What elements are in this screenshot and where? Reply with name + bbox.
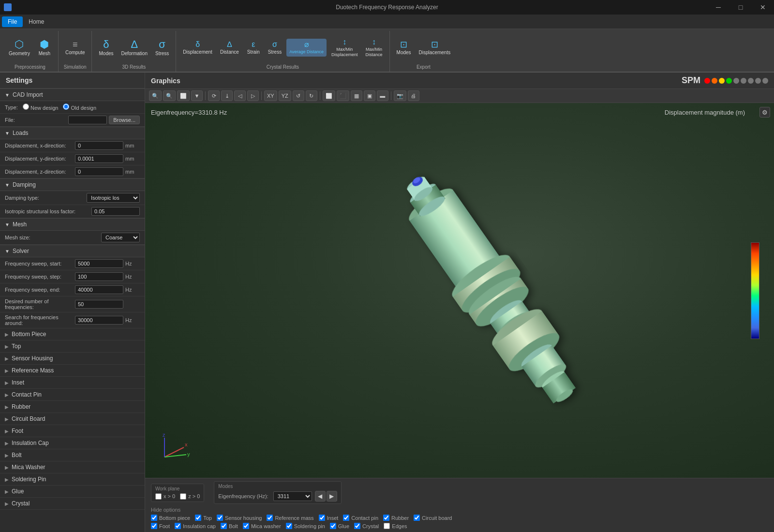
file-input[interactable] [68, 116, 107, 124]
viewport-settings-icon[interactable]: ⚙ [759, 107, 770, 118]
old-design-radio-label[interactable]: Old design [63, 103, 96, 111]
modes-next-button[interactable]: ▶ [327, 491, 337, 502]
ribbon-btn-export-displacements[interactable]: ⊡ Displacements [416, 38, 454, 58]
view-mode-1[interactable]: ⬜ [323, 90, 335, 101]
nav-sensor-housing[interactable]: ▶ Sensor Housing [0, 353, 145, 365]
ribbon-btn-maxmin-dist[interactable]: ↕ Max/MinDistance [363, 36, 386, 59]
num-freq-input[interactable] [75, 300, 123, 309]
ribbon-btn-stress-crystal[interactable]: σ Stress [265, 39, 284, 57]
freq-start-input[interactable] [75, 259, 123, 268]
nav-insulation-cap[interactable]: ▶ Insulation Cap [0, 437, 145, 449]
rotate-button[interactable]: ⟳ [208, 90, 220, 101]
nav-foot[interactable]: ▶ Foot [0, 425, 145, 437]
nav-bolt[interactable]: ▶ Bolt [0, 449, 145, 461]
check-glue[interactable]: Glue [330, 523, 349, 529]
graphics-viewport[interactable]: Eigenfrequency=3310.8 Hz Displacement ma… [145, 103, 774, 478]
zoom-box-button[interactable]: ⬜ [177, 90, 190, 101]
check-reference-mass[interactable]: Reference mass [267, 515, 313, 521]
freq-end-input[interactable] [75, 285, 123, 294]
pan-right-button[interactable]: ▷ [247, 90, 259, 101]
nav-inset[interactable]: ▶ Inset [0, 377, 145, 389]
check-rubber[interactable]: Rubber [383, 515, 409, 521]
loss-factor-input[interactable] [91, 207, 140, 216]
zoom-in-button[interactable]: 🔍 [149, 90, 162, 101]
nav-top[interactable]: ▶ Top [0, 340, 145, 353]
nav-mica-washer[interactable]: ▶ Mica Washer [0, 461, 145, 473]
ribbon-btn-stress[interactable]: σ Stress [152, 37, 172, 59]
nav-bottom-piece[interactable]: ▶ Bottom Piece [0, 328, 145, 340]
ribbon-btn-strain[interactable]: ε Strain [244, 39, 263, 57]
view-yz-button[interactable]: YZ [279, 90, 291, 101]
check-contact-pin[interactable]: Contact pin [343, 515, 378, 521]
view-mode-4[interactable]: ▣ [364, 90, 375, 101]
menu-file[interactable]: File [2, 16, 23, 27]
check-circuit-board[interactable]: Circuit board [414, 515, 452, 521]
check-insulation-cap[interactable]: Insulation cap [175, 523, 216, 529]
pan-down-button[interactable]: ⤓ [221, 90, 233, 101]
new-design-radio[interactable] [23, 103, 29, 110]
ribbon-btn-geometry[interactable]: ⬡ Geometry [6, 37, 33, 59]
cad-import-header[interactable]: ▼ CAD Import [0, 89, 145, 101]
close-button[interactable]: ✕ [752, 0, 774, 15]
check-top[interactable]: Top [195, 515, 212, 521]
menu-home[interactable]: Home [23, 16, 50, 27]
check-bolt[interactable]: Bolt [221, 523, 238, 529]
browse-button[interactable]: Browse... [109, 116, 140, 124]
nav-glue[interactable]: ▶ Glue [0, 486, 145, 498]
view-xy-button[interactable]: XY [264, 90, 277, 101]
screenshot-button[interactable]: 📷 [394, 90, 406, 101]
view-mode-5[interactable]: ▬ [377, 90, 388, 101]
reset-view-button[interactable]: ↺ [293, 90, 304, 101]
loads-header[interactable]: ▼ Loads [0, 127, 145, 139]
ribbon-btn-mesh[interactable]: ⬢ Mesh [35, 37, 54, 59]
search-freq-input[interactable] [75, 316, 123, 325]
old-design-radio[interactable] [63, 103, 69, 110]
nav-rubber[interactable]: ▶ Rubber [0, 401, 145, 413]
ribbon-btn-compute[interactable]: ≡ Compute [62, 38, 88, 58]
check-soldering-pin[interactable]: Soldering pin [286, 523, 325, 529]
nav-crystal[interactable]: ▶ Crystal [0, 498, 145, 510]
check-edges[interactable]: Edges [384, 523, 407, 529]
solver-header[interactable]: ▼ Solver [0, 245, 145, 257]
z-gt-0-label[interactable]: z > 0 [180, 493, 200, 500]
disp-y-input[interactable] [75, 154, 123, 163]
view-mode-2[interactable]: ⬛ [337, 90, 349, 101]
check-inset[interactable]: Inset [319, 515, 339, 521]
damping-header[interactable]: ▼ Damping [0, 178, 145, 191]
minimize-button[interactable]: ─ [707, 0, 729, 15]
damping-type-select[interactable]: Isotropic los [87, 193, 140, 203]
mesh-size-select[interactable]: Coarse Fine Medium [101, 233, 140, 242]
print-button[interactable]: 🖨 [408, 90, 419, 101]
z-gt-0-check[interactable] [180, 493, 186, 500]
eigenfreq-select[interactable]: 3311 [273, 491, 312, 501]
ribbon-btn-deformation[interactable]: ∆ Deformation [119, 37, 150, 59]
ribbon-btn-avg-distance[interactable]: ⌀ Average Distance [286, 39, 327, 57]
ribbon-btn-export-modes[interactable]: ⊡ Modes [394, 38, 414, 58]
ribbon-btn-modes[interactable]: δ Modes [96, 37, 116, 59]
new-design-radio-label[interactable]: New design [23, 103, 59, 111]
ribbon-btn-maxmin-disp[interactable]: ↕ Max/MinDisplacement [328, 36, 361, 59]
check-mica-washer[interactable]: Mica washer [243, 523, 281, 529]
view-mode-3[interactable]: ▦ [351, 90, 362, 101]
check-bottom-piece[interactable]: Bottom piece [151, 515, 190, 521]
maximize-button[interactable]: □ [729, 0, 752, 15]
check-crystal[interactable]: Crystal [354, 523, 379, 529]
nav-circuit-board[interactable]: ▶ Circuit Board [0, 413, 145, 425]
modes-prev-button[interactable]: ◀ [315, 491, 326, 502]
freq-step-input[interactable] [75, 272, 123, 281]
check-sensor-housing[interactable]: Sensor housing [217, 515, 262, 521]
ribbon-btn-distance[interactable]: ∆ Distance [217, 39, 242, 57]
x-gt-0-label[interactable]: x > 0 [155, 493, 175, 500]
x-gt-0-check[interactable] [155, 493, 162, 500]
undo-view-button[interactable]: ↻ [306, 90, 317, 101]
pan-left-button[interactable]: ◁ [234, 90, 246, 101]
check-foot[interactable]: Foot [151, 523, 170, 529]
nav-reference-mass[interactable]: ▶ Reference Mass [0, 365, 145, 377]
disp-z-input[interactable] [75, 167, 123, 176]
mesh-header[interactable]: ▼ Mesh [0, 218, 145, 231]
nav-contact-pin[interactable]: ▶ Contact Pin [0, 389, 145, 401]
zoom-dropdown-button[interactable]: ▼ [191, 90, 203, 101]
disp-x-input[interactable] [75, 141, 123, 150]
ribbon-btn-displacement[interactable]: δ Displacement [180, 39, 215, 57]
zoom-out-button[interactable]: 🔍 [163, 90, 176, 101]
